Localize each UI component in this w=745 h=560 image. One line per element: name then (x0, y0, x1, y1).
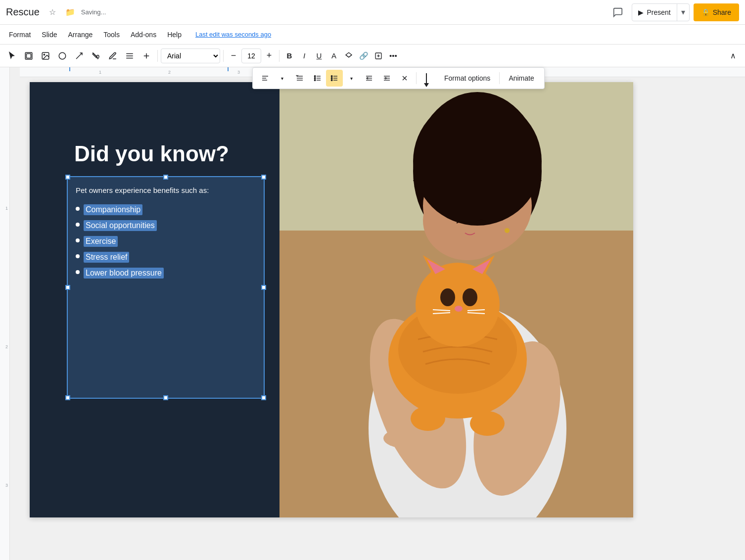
bullet-dot (76, 238, 80, 242)
more-options-button[interactable]: ••• (386, 49, 400, 63)
svg-point-25 (314, 80, 316, 81)
bullet-list: Companionship Social opportunities Exerc… (76, 204, 256, 279)
svg-point-65 (490, 438, 534, 458)
handle-bottom-middle[interactable] (163, 395, 168, 400)
crop-tool-button[interactable] (21, 48, 37, 64)
handle-middle-left[interactable] (65, 285, 70, 290)
align-button[interactable] (122, 48, 138, 64)
font-family-select[interactable]: Arial Times New Roman Verdana (161, 48, 220, 63)
collapse-toolbar-button[interactable]: ∧ (725, 48, 741, 64)
text-align-button[interactable] (257, 70, 274, 87)
svg-point-30 (331, 78, 332, 79)
paint-bucket-button[interactable] (88, 48, 104, 64)
cat-photo (279, 82, 633, 517)
lock-icon: 🔒 (701, 8, 710, 16)
slide-right-panel (279, 82, 633, 517)
top-bar: Rescue ☆ 📁 Saving... ▶ Present ▾ 🔒 Share (0, 0, 745, 25)
toolbar: Arial Times New Roman Verdana − + B I U … (0, 45, 745, 67)
insert-image-button[interactable] (372, 49, 385, 63)
increase-indent-button[interactable] (378, 70, 395, 87)
handle-middle-right[interactable] (261, 285, 266, 290)
pen-button[interactable] (105, 48, 121, 64)
shape-button[interactable] (54, 48, 70, 64)
bullet-text-exercise: Exercise (84, 236, 118, 247)
align-group: ▾ (257, 70, 290, 87)
line-button[interactable] (71, 48, 87, 64)
handle-top-left[interactable] (65, 175, 70, 180)
svg-point-31 (331, 80, 332, 81)
share-button[interactable]: 🔒 Share (694, 3, 739, 21)
menu-item-tools[interactable]: Tools (98, 29, 125, 41)
menu-item-arrange[interactable]: Arrange (63, 29, 97, 41)
bullet-text-blood-pressure: Lower blood pressure (84, 268, 164, 279)
slide-left-panel: Did you know? Pet owners experience bene… (30, 82, 279, 517)
present-button[interactable]: ▶ Present ▾ (632, 3, 689, 21)
handle-bottom-right[interactable] (261, 395, 266, 400)
formatting-toolbar: ▾ ▾ (252, 67, 545, 89)
present-dropdown-arrow[interactable]: ▾ (677, 4, 689, 21)
list-item: Lower blood pressure (76, 268, 256, 279)
bold-button[interactable]: B (282, 49, 296, 63)
handle-top-right[interactable] (261, 175, 266, 180)
text-intro: Pet owners experience benefits such as: (76, 185, 256, 196)
folder-icon[interactable]: 📁 (63, 5, 77, 19)
text-color-button[interactable]: A (327, 49, 341, 63)
toolbar-divider-1 (157, 50, 158, 62)
left-ruler: 1 2 3 (0, 67, 10, 560)
animate-button[interactable]: Animate (503, 72, 540, 84)
menu-item-addons[interactable]: Add-ons (126, 29, 161, 41)
menu-bar: Format Slide Arrange Tools Add-ons Help … (0, 25, 745, 45)
insert-button[interactable] (139, 48, 154, 64)
menu-item-slide[interactable]: Slide (37, 29, 62, 41)
svg-point-29 (331, 76, 332, 77)
bullet-text-companionship: Companionship (84, 204, 142, 215)
select-tool-button[interactable] (4, 48, 20, 64)
main-content: 1 2 3 1 2 3 4 Did you know? (0, 67, 745, 560)
italic-button[interactable]: I (297, 49, 311, 63)
decrease-indent-button[interactable] (361, 70, 377, 87)
share-label: Share (713, 8, 731, 16)
menu-item-format[interactable]: Format (4, 29, 36, 41)
image-button[interactable] (38, 48, 53, 64)
link-button[interactable]: 🔗 (357, 49, 371, 63)
bookmark-icon[interactable]: ☆ (46, 5, 59, 19)
svg-point-4 (59, 52, 66, 59)
clear-formatting-button[interactable] (396, 70, 413, 87)
svg-point-23 (314, 76, 316, 77)
svg-point-64 (383, 428, 428, 448)
ruler-mark-3: 3 (5, 483, 8, 488)
svg-rect-1 (27, 53, 31, 58)
toolbar-divider-2 (223, 50, 224, 62)
svg-point-47 (416, 263, 500, 347)
line-spacing-button[interactable] (291, 70, 308, 87)
canvas-area: 1 2 3 4 Did you know? (10, 67, 745, 560)
font-size-input[interactable] (241, 48, 261, 63)
text-box[interactable]: Pet owners experience benefits such as: … (67, 176, 265, 399)
highlight-button[interactable] (342, 49, 356, 63)
present-label: Present (647, 8, 670, 16)
underline-button[interactable]: U (312, 49, 326, 63)
increase-font-size-button[interactable]: + (262, 49, 276, 63)
comment-button[interactable] (608, 2, 628, 22)
handle-bottom-left[interactable] (65, 395, 70, 400)
list-item: Exercise (76, 236, 256, 247)
menu-item-help[interactable]: Help (162, 29, 186, 41)
list-item: Stress relief (76, 252, 256, 263)
bullet-spacing-button[interactable] (309, 70, 326, 87)
svg-point-63 (505, 228, 510, 233)
list-item: Companionship (76, 204, 256, 215)
toolbar2-divider2 (499, 72, 500, 84)
bullet-list-button[interactable] (326, 70, 343, 87)
svg-point-24 (314, 78, 316, 79)
toolbar-divider-3 (279, 50, 279, 62)
text-align-dropdown[interactable]: ▾ (274, 70, 290, 87)
bullet-list-dropdown[interactable]: ▾ (343, 70, 360, 87)
slide: Did you know? Pet owners experience bene… (30, 82, 633, 517)
format-options-button[interactable]: Format options (438, 72, 496, 84)
ruler-mark-1: 1 (5, 206, 8, 211)
saving-status: Saving... (81, 8, 106, 16)
decrease-font-size-button[interactable]: − (227, 49, 240, 63)
svg-point-50 (455, 306, 463, 312)
handle-top-middle[interactable] (163, 175, 168, 180)
last-edit-text[interactable]: Last edit was seconds ago (195, 31, 271, 38)
